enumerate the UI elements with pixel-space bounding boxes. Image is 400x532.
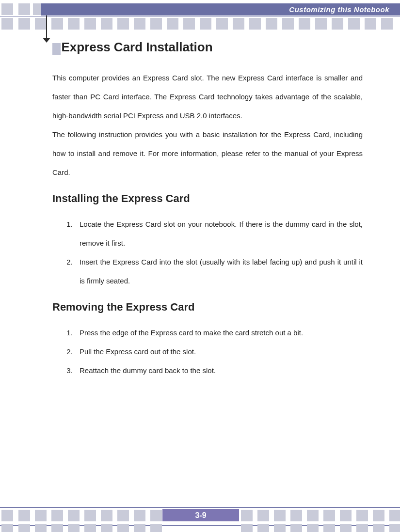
header-bar: Customizing this Notebook — [41, 3, 400, 16]
page-number: 3-9 — [195, 511, 206, 520]
header-underline — [0, 16, 400, 16]
install-list: Locate the Express Card slot on your not… — [52, 215, 363, 290]
remove-list: Press the edge of the Express card to ma… — [52, 323, 363, 380]
intro-paragraph-1: This computer provides an Express Card s… — [52, 68, 363, 125]
heading-accent — [52, 43, 61, 55]
arrow-stem — [46, 16, 47, 40]
header-title: Customizing this Notebook — [289, 5, 389, 14]
content-area: Express Card Installation This computer … — [52, 40, 363, 380]
list-item: Press the edge of the Express card to ma… — [75, 323, 363, 342]
install-heading: Installing the Express Card — [52, 192, 363, 205]
page-number-badge: 3-9 — [162, 509, 239, 521]
list-item: Insert the Express Card into the slot (u… — [75, 252, 363, 290]
page: Customizing this Notebook Express Card I… — [0, 0, 400, 532]
list-item: Pull the Express card out of the slot. — [75, 342, 363, 361]
page-title: Express Card Installation — [61, 40, 212, 54]
remove-heading: Removing the Express Card — [52, 301, 363, 313]
list-item: Reattach the dummy card back to the slot… — [75, 361, 363, 380]
list-item: Locate the Express Card slot on your not… — [75, 215, 363, 252]
intro-paragraph-2: The following instruction provides you w… — [52, 125, 363, 182]
arrow-down-icon — [43, 38, 50, 43]
